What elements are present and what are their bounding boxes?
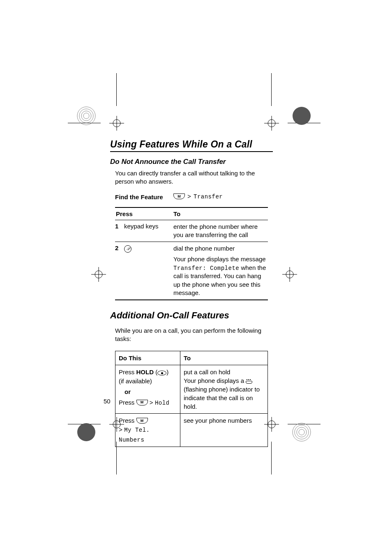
to-line: put a call on hold (184, 368, 264, 376)
registration-mark-icon (263, 115, 280, 131)
breadcrumb-separator: > (187, 193, 191, 200)
subsection-title: Do Not Announce the Call Transfer (110, 158, 273, 166)
color-target-icon (76, 422, 96, 442)
menu-key-icon: M (136, 400, 148, 405)
breadcrumb-separator: > (150, 400, 153, 407)
if-available: (if available) (119, 378, 152, 385)
crop-mark (116, 73, 117, 106)
send-key-icon: 𝒮 (124, 245, 131, 253)
step-press: keypad keys (124, 223, 173, 240)
do-this-cell: Press HOLD () (if available) or Press M … (115, 365, 180, 413)
step-row: 2 𝒮 dial the phone number Your phone dis… (115, 242, 268, 299)
step-to: dial the phone number Your phone display… (173, 244, 268, 297)
step-to: enter the phone number where you are tra… (173, 223, 268, 240)
svg-point-20 (81, 111, 91, 121)
color-target-icon (292, 106, 311, 126)
menu-path: Transfer (194, 193, 223, 200)
menu-path: Hold (155, 400, 170, 406)
table-row: Press HOLD () (if available) or Press M … (115, 365, 267, 413)
section-intro: While you are on a call, you can perform… (115, 327, 273, 343)
find-feature-label: Find the Feature (115, 193, 173, 200)
section-title: Additional On-Call Features (110, 310, 273, 321)
step-number: 2 (115, 244, 124, 297)
text-fragment: Press (119, 417, 136, 424)
page-content: Using Features While On a Call Do Not An… (110, 139, 273, 447)
to-cell: see your phone numbers (180, 414, 267, 447)
steps-header: Press To (115, 208, 268, 220)
steps-table: Press To 1 keypad keys enter the phone n… (115, 207, 268, 301)
to-cell: put a call on hold Your phone displays a… (180, 365, 267, 413)
intro-text: You can directly transfer a call without… (115, 169, 273, 186)
or-label: or (125, 387, 177, 396)
crop-mark (271, 73, 272, 106)
menu-key-icon: M (173, 193, 185, 199)
svg-point-24 (293, 423, 311, 441)
heading-rule (110, 151, 273, 152)
text-fragment: Press (119, 368, 136, 375)
color-target-icon (76, 106, 96, 126)
soft-key-icon (157, 371, 166, 375)
svg-point-27 (299, 429, 304, 435)
to-header: To (173, 210, 180, 217)
registration-mark-icon (90, 266, 107, 283)
to-line: Your phone displays a (flashing phone) i… (184, 376, 264, 411)
breadcrumb-separator: > (119, 427, 122, 434)
find-feature-row: Find the Feature M > Transfer (115, 193, 273, 200)
svg-point-21 (83, 113, 89, 119)
press-header: Press (115, 210, 173, 217)
page-number: 50 (104, 398, 111, 405)
color-target-icon (292, 422, 311, 442)
registration-mark-icon (108, 115, 125, 131)
step-to-line: Your phone displays the message Transfer… (173, 255, 268, 297)
find-feature-value: M > Transfer (173, 193, 223, 200)
svg-point-26 (297, 427, 307, 437)
menu-path: My Tel. Numbers (119, 427, 150, 443)
text-fragment: (flashing phone) indicator to indicate t… (184, 386, 260, 410)
text-fragment: Your phone displays the message (173, 256, 266, 263)
to-header: To (180, 351, 267, 365)
do-this-cell: Press M > My Tel. Numbers (115, 414, 180, 447)
step-number: 1 (115, 223, 124, 240)
oncall-table: Do This To Press HOLD () (if available) … (115, 351, 268, 447)
svg-point-22 (293, 107, 311, 125)
text-fragment: Your phone displays a (184, 377, 246, 384)
do-this-header: Do This (115, 351, 180, 365)
step-press: 𝒮 (124, 244, 173, 297)
table-row: Press M > My Tel. Numbers see your phone… (115, 413, 267, 447)
table-header: Do This To (115, 351, 267, 365)
chapter-title: Using Features While On a Call (110, 139, 273, 150)
step-row: 1 keypad keys enter the phone number whe… (115, 220, 268, 242)
registration-mark-icon (281, 266, 298, 283)
message-text: Transfer: Complete (173, 265, 239, 272)
svg-point-23 (77, 423, 95, 441)
hold-label: HOLD (136, 368, 154, 375)
text-fragment: Press (119, 399, 136, 406)
svg-point-18 (77, 107, 95, 125)
flashing-phone-icon (246, 379, 251, 383)
step-to-line: dial the phone number (173, 244, 268, 253)
menu-key-icon: M (136, 418, 148, 424)
